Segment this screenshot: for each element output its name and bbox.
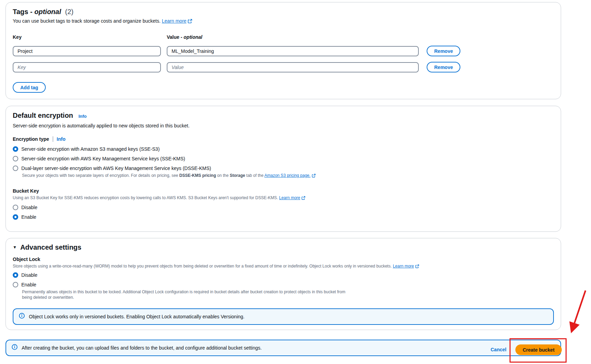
sse-kms-radio-label: Server-side encryption with AWS Key Mana… <box>21 155 185 162</box>
sse-kms-radio[interactable] <box>13 156 18 161</box>
info-icon <box>19 313 25 320</box>
post-create-banner-text: After creating the bucket, you can uploa… <box>22 344 262 351</box>
advanced-settings-card: ▼ Advanced settings Object Lock Store ob… <box>6 238 561 330</box>
bucket-key-enable-label: Enable <box>21 214 36 220</box>
tag-value-input-2[interactable] <box>167 62 419 72</box>
bucket-key-learn-more-link[interactable]: Learn more <box>279 195 305 200</box>
object-lock-description: Store objects using a write-once-read-ma… <box>13 263 554 270</box>
object-lock-enable-note: Permanently allows objects in this bucke… <box>22 289 352 300</box>
tags-grid: Key Value - optional Remove Remove <box>13 34 554 72</box>
advanced-settings-header[interactable]: ▼ Advanced settings <box>13 243 554 251</box>
tag-key-input-1[interactable] <box>13 46 161 56</box>
encryption-info-link[interactable]: Info <box>78 114 87 119</box>
value-column-label: Value - optional <box>167 34 419 40</box>
radio-row-bucket-key-enable: Enable <box>13 214 554 220</box>
default-encryption-card: Default encryption Info Server-side encr… <box>6 106 561 232</box>
radio-row-object-lock-disable: Disable <box>13 272 554 278</box>
label-divider <box>53 136 53 142</box>
object-lock-enable-label: Enable <box>21 281 36 288</box>
external-link-icon <box>188 18 192 25</box>
dsse-kms-note: Secure your objects with two separate la… <box>22 173 554 179</box>
key-column-label: Key <box>13 34 161 40</box>
sse-s3-radio[interactable] <box>13 146 18 152</box>
info-icon <box>12 344 18 352</box>
radio-row-object-lock-enable: Enable <box>13 281 554 288</box>
radio-row-bucket-key-disable: Disable <box>13 204 554 211</box>
object-lock-info-banner: Object Lock works only in versioned buck… <box>13 308 554 325</box>
bucket-key-enable-radio[interactable] <box>13 214 18 220</box>
object-lock-enable-radio[interactable] <box>13 282 18 287</box>
tags-card-description: You can use bucket tags to track storage… <box>13 18 554 25</box>
external-link-icon <box>415 264 419 270</box>
encryption-card-description: Server-side encryption is automatically … <box>13 122 554 129</box>
object-lock-label: Object Lock <box>13 256 554 262</box>
tags-title-optional: optional <box>34 8 61 15</box>
bucket-key-disable-radio[interactable] <box>13 205 18 210</box>
encryption-card-title: Default encryption Info <box>13 111 554 121</box>
remove-tag-button-2[interactable]: Remove <box>427 62 460 72</box>
tags-count-badge: (2) <box>65 8 73 15</box>
object-lock-banner-text: Object Lock works only in versioned buck… <box>29 313 244 320</box>
tags-card: Tags - optional (2) You can use bucket t… <box>6 2 561 99</box>
bucket-key-description: Using an S3 Bucket Key for SSE-KMS reduc… <box>13 195 554 201</box>
external-link-icon <box>312 173 316 179</box>
encryption-type-info-link[interactable]: Info <box>57 136 66 142</box>
add-tag-button[interactable]: Add tag <box>13 82 46 93</box>
dsse-kms-radio[interactable] <box>13 166 18 171</box>
create-bucket-button[interactable]: Create bucket <box>515 344 562 355</box>
tags-card-title: Tags - optional (2) <box>13 7 554 16</box>
object-lock-disable-radio[interactable] <box>13 272 18 278</box>
external-link-icon <box>302 196 305 201</box>
object-lock-disable-label: Disable <box>21 272 37 278</box>
advanced-settings-title: Advanced settings <box>20 243 81 251</box>
radio-row-sse-s3: Server-side encryption with Amazon S3 ma… <box>13 146 554 152</box>
sse-s3-radio-label: Server-side encryption with Amazon S3 ma… <box>21 146 160 152</box>
post-create-info-banner: After creating the bucket, you can uploa… <box>6 340 561 356</box>
tag-value-input-1[interactable] <box>167 46 419 56</box>
radio-row-sse-kms: Server-side encryption with AWS Key Mana… <box>13 155 554 162</box>
bucket-key-label: Bucket Key <box>13 188 554 194</box>
collapse-caret-icon: ▼ <box>13 245 17 250</box>
tag-key-input-2[interactable] <box>13 62 161 72</box>
create-bucket-page: Tags - optional (2) You can use bucket t… <box>0 0 591 364</box>
dsse-kms-radio-label: Dual-layer server-side encryption with A… <box>21 165 211 172</box>
cancel-button[interactable]: Cancel <box>491 347 506 352</box>
remove-tag-button-1[interactable]: Remove <box>427 46 460 56</box>
encryption-type-label-row: Encryption type Info <box>13 136 554 142</box>
tags-title-text: Tags - <box>13 8 32 15</box>
tags-learn-more-link[interactable]: Learn more <box>162 18 193 24</box>
form-content: Tags - optional (2) You can use bucket t… <box>6 2 561 356</box>
object-lock-learn-more-link[interactable]: Learn more <box>393 264 419 269</box>
bucket-key-disable-label: Disable <box>21 204 37 211</box>
encryption-type-label: Encryption type <box>13 136 49 142</box>
s3-pricing-page-link[interactable]: Amazon S3 pricing page. <box>264 173 316 178</box>
radio-row-dsse-kms: Dual-layer server-side encryption with A… <box>13 165 554 172</box>
